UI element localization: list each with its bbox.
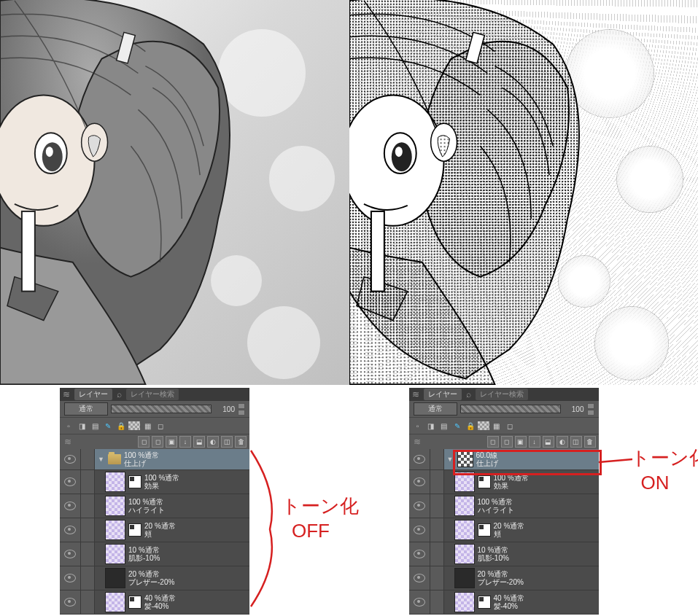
folder-toggle[interactable]: ▼ [98,456,105,463]
lock-button[interactable]: 🔒 [465,420,476,432]
layer-row[interactable]: 100 %通常ハイライト [60,494,249,518]
layer-thumb [454,592,475,612]
merge-button[interactable]: ⬓ [543,436,554,448]
new-folder-button[interactable]: ▣ [166,436,177,448]
layer-row[interactable]: 20 %通常ブレザー-20% [60,566,249,590]
layers-icon: ≋ [412,389,419,399]
new-layer-button[interactable]: ◻ [138,436,150,448]
transfer-button[interactable]: ↓ [179,436,191,448]
visibility-toggle[interactable] [60,470,81,494]
mask-button[interactable]: ◐ [207,436,219,448]
blend-mode-select[interactable]: 通常 [64,402,108,416]
layer-row[interactable]: 20 %通常頬 [60,518,249,542]
visibility-toggle[interactable] [60,518,81,542]
eye-icon [414,455,425,464]
opacity-down[interactable] [238,410,245,416]
visibility-toggle[interactable] [60,494,81,518]
new-layer2-button[interactable]: ◻ [501,436,513,448]
visibility-toggle[interactable] [60,449,81,469]
layer-prop-col[interactable] [430,470,444,494]
layer-row[interactable]: 100 %通常ハイライト [409,494,599,518]
opacity-down[interactable] [587,410,594,416]
ref-button[interactable]: ◨ [76,420,88,432]
layer-prop-col[interactable] [430,590,444,614]
layer-prop-col[interactable] [430,566,444,590]
layer-prop-col[interactable] [430,542,444,566]
layer-label: 20 %通常ブレザー-20% [128,570,174,586]
draft-button[interactable]: ▤ [438,420,450,432]
layer-thumb [105,592,125,612]
layer-prop-col[interactable] [81,449,95,469]
tab-layer-search[interactable]: レイヤー検索 [476,389,528,400]
tab-layers[interactable]: レイヤー [74,389,112,400]
opacity-up[interactable] [238,403,245,409]
layer-row[interactable]: 20 %通常ブレザー-20% [409,566,599,590]
lock-all-button[interactable]: ◻ [155,420,166,432]
lock-alpha-button[interactable] [478,421,489,430]
color-button[interactable]: ✎ [451,420,463,432]
transfer-button[interactable]: ↓ [529,436,540,448]
merge-button[interactable]: ⬓ [193,436,205,448]
layer-row[interactable]: 20 %通常頬 [409,518,599,542]
layer-row[interactable]: ▼100 %通常仕上げ [60,449,249,470]
layer-prop-col[interactable] [430,494,444,518]
opacity-slider[interactable] [111,405,212,413]
opacity-slider[interactable] [460,405,561,413]
new-layer-button[interactable]: ◻ [487,436,499,448]
clip-button[interactable]: ▫ [63,420,74,432]
layer-prop-col[interactable] [430,449,444,469]
tab-layers[interactable]: レイヤー [424,389,462,400]
visibility-toggle[interactable] [409,494,430,518]
layer-prop-col[interactable] [81,590,95,614]
visibility-toggle[interactable] [60,590,81,614]
layer-row[interactable]: 100 %通常効果 [60,470,249,494]
layer-prop-col[interactable] [81,518,95,542]
clip-button[interactable]: ▫ [412,420,424,432]
lock-all-button[interactable]: ◻ [504,420,516,432]
panel-menu-icon[interactable]: ≋ [414,437,421,447]
new-folder-button[interactable]: ▣ [515,436,527,448]
layer-row[interactable]: ▼60.0線仕上げ [409,449,599,470]
layer-prop-col[interactable] [81,494,95,518]
opacity-up[interactable] [587,403,594,409]
panel-menu-icon[interactable]: ≋ [64,437,71,447]
new-layer2-button[interactable]: ◻ [152,436,163,448]
ruler-button[interactable]: ◫ [570,436,582,448]
layer-prop-col[interactable] [81,542,95,566]
layer-row[interactable]: 10 %通常肌影-10% [409,542,599,566]
visibility-toggle[interactable] [409,518,430,542]
layer-actions: ≋◻◻▣↓⬓◐◫🗑 [409,434,599,449]
blend-mode-select[interactable]: 通常 [414,402,457,416]
ruler-button[interactable]: ◫ [221,436,233,448]
layer-prop-col[interactable] [81,566,95,590]
lock-pos-button[interactable]: ▦ [141,420,153,432]
visibility-toggle[interactable] [60,542,81,566]
ref-button[interactable]: ◨ [425,420,437,432]
delete-button[interactable]: 🗑 [584,436,596,448]
layer-row[interactable]: 40 %通常髪-40% [60,590,249,615]
tab-layer-search[interactable]: レイヤー検索 [126,389,179,400]
lock-alpha-button[interactable] [128,421,140,430]
layer-prop-col[interactable] [81,470,95,494]
right-panel-area: ≋レイヤー⌕レイヤー検索通常100▫◨▤✎🔒▦◻≋◻◻▣↓⬓◐◫🗑▼60.0線仕… [349,385,699,616]
visibility-toggle[interactable] [409,470,430,494]
layer-row[interactable]: 40 %通常髪-40% [409,590,599,615]
visibility-toggle[interactable] [409,542,430,566]
layer-row[interactable]: 100 %通常効果 [409,470,599,494]
visibility-toggle[interactable] [409,566,430,590]
draft-button[interactable]: ▤ [89,420,101,432]
delete-button[interactable]: 🗑 [235,436,247,448]
eye-icon [64,477,76,486]
mask-button[interactable]: ◐ [557,436,568,448]
layer-prop-col[interactable] [430,518,444,542]
color-button[interactable]: ✎ [102,420,114,432]
visibility-toggle[interactable] [409,449,430,469]
opacity-value: 100 [214,405,235,413]
lock-button[interactable]: 🔒 [115,420,127,432]
folder-toggle[interactable]: ▼ [447,456,454,463]
visibility-toggle[interactable] [409,590,430,614]
layer-row[interactable]: 10 %通常肌影-10% [60,542,249,566]
lock-pos-button[interactable]: ▦ [491,420,503,432]
visibility-toggle[interactable] [60,566,81,590]
eye-icon [414,526,425,534]
